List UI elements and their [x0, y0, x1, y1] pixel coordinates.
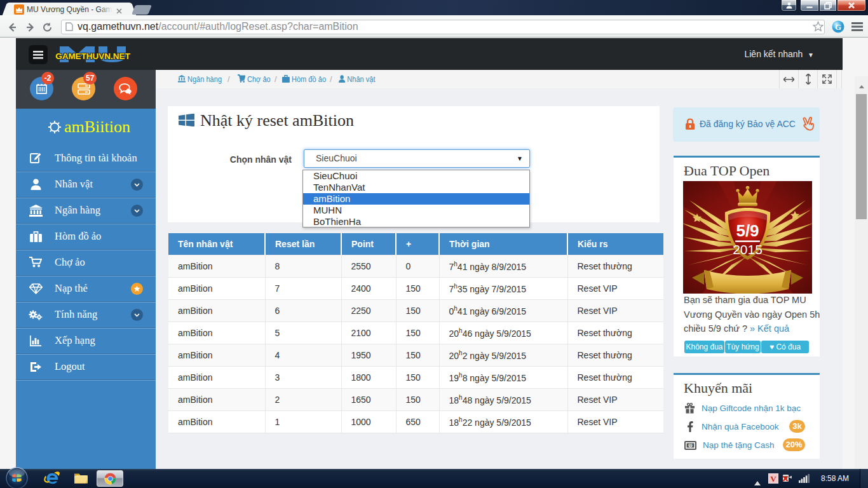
svg-text:5/9: 5/9	[736, 221, 759, 240]
svg-text:V: V	[770, 474, 776, 484]
svg-text:0: 0	[689, 443, 692, 447]
svg-text:2015: 2015	[733, 242, 763, 257]
svg-text:G: G	[835, 22, 841, 32]
